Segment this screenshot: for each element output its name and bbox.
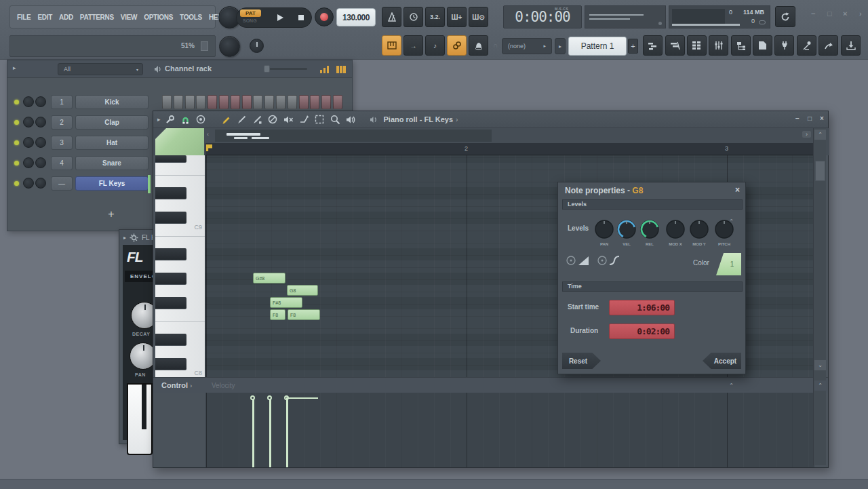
swing-slider[interactable] bbox=[264, 68, 307, 70]
step-cell[interactable] bbox=[288, 95, 297, 109]
channel-filter-dropdown[interactable]: All ▾ bbox=[58, 63, 143, 75]
time-section-header[interactable]: Time ⌃ bbox=[562, 281, 743, 292]
loop-record-button[interactable]: Ш⊙ bbox=[469, 7, 488, 27]
slice-tool-button[interactable] bbox=[298, 113, 311, 126]
menu-edit[interactable]: EDIT bbox=[35, 11, 55, 24]
window-more-button[interactable]: › bbox=[859, 9, 862, 18]
pr-vertical-scrollbar[interactable]: ⌃ ⌄ ⌃ bbox=[813, 128, 826, 465]
step-cell[interactable] bbox=[321, 95, 331, 109]
black-key[interactable] bbox=[155, 187, 186, 199]
pr-close-button[interactable]: × bbox=[820, 115, 824, 122]
channel-name-button[interactable]: Snare bbox=[75, 156, 149, 170]
shuffle-knob[interactable] bbox=[250, 39, 264, 53]
sync-button[interactable] bbox=[775, 6, 795, 27]
toggle-browser-button[interactable] bbox=[731, 35, 751, 56]
menu-file[interactable]: FILE bbox=[14, 11, 33, 24]
velocity-lane[interactable] bbox=[205, 393, 814, 467]
channel-volume-knob[interactable] bbox=[35, 157, 46, 168]
mute-tool-button[interactable] bbox=[282, 113, 295, 126]
channel-number-button[interactable]: 3 bbox=[51, 136, 73, 150]
snap-magnet-button[interactable] bbox=[179, 113, 192, 126]
channel-enable-led[interactable] bbox=[14, 100, 19, 104]
dialog-close-button[interactable]: × bbox=[735, 185, 740, 195]
note-knob-pitch[interactable] bbox=[713, 218, 735, 240]
midi-note-g8[interactable]: G8 bbox=[287, 285, 318, 296]
step-edit-button[interactable]: → bbox=[403, 35, 423, 56]
blend-notes-button[interactable]: Ш+ bbox=[447, 7, 467, 27]
scroll-left-icon[interactable]: ‹ bbox=[207, 131, 209, 138]
black-key[interactable] bbox=[155, 212, 186, 224]
midi-note-f8[interactable]: F8 bbox=[270, 309, 285, 320]
channel-volume-knob[interactable] bbox=[35, 117, 46, 128]
midi-note-fs8[interactable]: F#8 bbox=[270, 297, 302, 308]
step-cell[interactable] bbox=[162, 95, 172, 109]
pr-maximize-button[interactable]: □ bbox=[808, 115, 812, 122]
pr-options-arrow[interactable]: ▸ bbox=[157, 116, 161, 123]
reset-button[interactable]: Reset bbox=[562, 353, 601, 369]
note-knob-pan[interactable] bbox=[593, 218, 615, 240]
channel-name-button[interactable]: FL Keys bbox=[75, 176, 149, 191]
pr-minimap[interactable] bbox=[215, 130, 492, 142]
channel-pan-knob[interactable] bbox=[23, 96, 34, 107]
channel-pan-knob[interactable] bbox=[23, 137, 34, 148]
pattern-nav-button[interactable]: ▸ bbox=[555, 38, 566, 54]
step-cell[interactable] bbox=[310, 95, 319, 109]
black-key[interactable] bbox=[155, 297, 186, 309]
step-cell[interactable] bbox=[231, 95, 240, 109]
zoom-tool-button[interactable] bbox=[329, 113, 342, 126]
control-breadcrumb[interactable]: › bbox=[190, 383, 192, 389]
oscilloscope-panel[interactable] bbox=[585, 5, 666, 28]
channel-enable-led[interactable] bbox=[14, 140, 19, 145]
porta-curve-icon[interactable] bbox=[597, 254, 620, 267]
toggle-plugin-picker-button[interactable] bbox=[753, 35, 772, 56]
channel-pan-knob[interactable] bbox=[23, 157, 34, 168]
visual-metronome-button[interactable] bbox=[469, 35, 488, 56]
midi-note-gs8[interactable]: G#8 bbox=[253, 273, 285, 283]
stamp-tool-button[interactable] bbox=[195, 113, 208, 126]
midi-note-f8[interactable]: F8 bbox=[288, 309, 320, 320]
step-cell[interactable] bbox=[208, 95, 217, 109]
toggle-remote-button[interactable] bbox=[818, 35, 838, 56]
step-cell[interactable] bbox=[174, 95, 183, 109]
black-key[interactable] bbox=[155, 273, 186, 285]
step-cell[interactable] bbox=[219, 95, 229, 109]
pattern-add-button[interactable]: + bbox=[628, 39, 638, 54]
draw-tool-button[interactable] bbox=[220, 113, 233, 126]
channel-name-button[interactable]: Clap bbox=[75, 115, 149, 130]
window-maximize-button[interactable]: □ bbox=[827, 9, 832, 18]
note-knob-mod-y[interactable] bbox=[688, 218, 710, 240]
time-display[interactable]: 0:00:00 bbox=[503, 5, 582, 28]
step-cell[interactable] bbox=[242, 95, 252, 109]
play-button[interactable] bbox=[271, 9, 290, 26]
countdown-button[interactable]: 3.2. bbox=[425, 7, 445, 27]
channel-pan-knob[interactable] bbox=[23, 178, 34, 189]
select-tool-button[interactable] bbox=[313, 113, 326, 126]
channel-number-button[interactable]: — bbox=[51, 176, 73, 191]
channel-name-button[interactable]: Kick bbox=[75, 95, 149, 109]
black-key[interactable] bbox=[155, 334, 186, 346]
duration-field[interactable]: 0:02:00 bbox=[609, 324, 675, 339]
channel-volume-knob[interactable] bbox=[35, 96, 46, 107]
menu-options[interactable]: OPTIONS bbox=[141, 11, 176, 24]
toggle-plugin-database-button[interactable] bbox=[774, 35, 794, 56]
step-cell[interactable] bbox=[264, 95, 274, 109]
channel-number-button[interactable]: 1 bbox=[51, 95, 73, 109]
tools-wrench-button[interactable] bbox=[163, 113, 176, 126]
accept-button[interactable]: Accept bbox=[703, 353, 741, 369]
channel-volume-knob[interactable] bbox=[35, 137, 46, 148]
black-key[interactable] bbox=[155, 155, 186, 163]
toggle-piano-roll-button[interactable] bbox=[665, 35, 685, 56]
pr-timeline[interactable]: 23 bbox=[205, 143, 814, 155]
control-target-label[interactable]: Velocity bbox=[212, 382, 235, 389]
window-close-button[interactable]: × bbox=[843, 9, 847, 18]
pr-minimize-button[interactable]: − bbox=[795, 115, 800, 122]
playhead-marker[interactable] bbox=[206, 144, 212, 151]
scroll-down-button[interactable]: ⌄ bbox=[814, 360, 826, 370]
levels-section-header[interactable]: Levels ⌃ bbox=[562, 199, 743, 210]
toggle-touch-controller-button[interactable] bbox=[797, 35, 816, 56]
slide-ramp-icon[interactable] bbox=[566, 254, 589, 267]
stop-button[interactable] bbox=[292, 9, 311, 26]
keyboard-editor-toggle-icon[interactable] bbox=[336, 65, 347, 73]
start-time-field[interactable]: 1:06:00 bbox=[609, 300, 675, 315]
plugin-piano-key[interactable] bbox=[127, 383, 153, 455]
